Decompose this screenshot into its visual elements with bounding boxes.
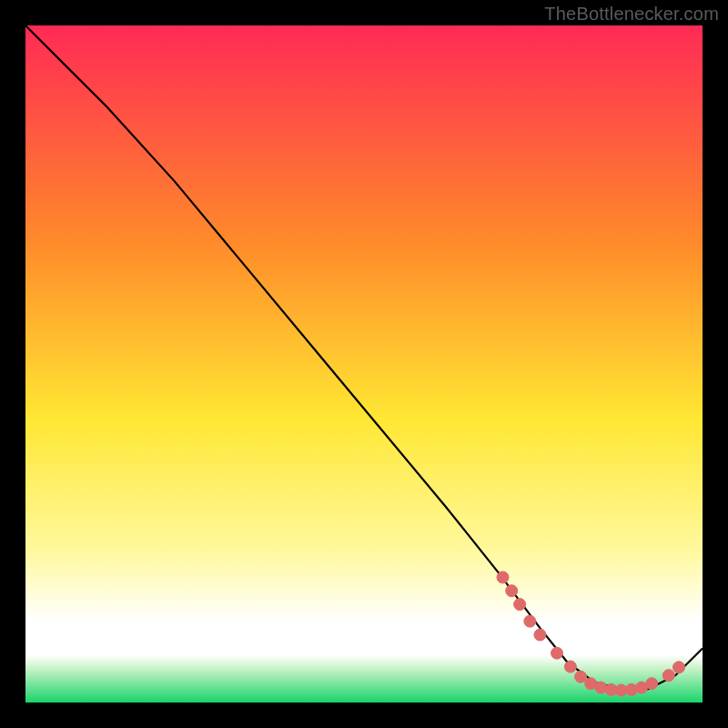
data-marker — [564, 661, 576, 672]
data-marker — [646, 678, 658, 690]
data-marker — [662, 670, 674, 682]
data-marker — [506, 585, 518, 597]
data-marker — [534, 629, 546, 641]
chart-svg — [25, 25, 703, 703]
watermark-text: TheBottlenecker.com — [544, 4, 719, 25]
data-marker — [514, 599, 526, 611]
gradient-background — [25, 25, 703, 703]
data-marker — [575, 671, 587, 682]
chart-stage: TheBottlenecker.com — [0, 0, 728, 728]
plot-area — [25, 25, 703, 703]
data-marker — [551, 647, 563, 659]
data-marker — [595, 682, 607, 693]
data-marker — [524, 615, 536, 627]
data-marker — [497, 571, 509, 583]
data-marker — [673, 662, 685, 673]
